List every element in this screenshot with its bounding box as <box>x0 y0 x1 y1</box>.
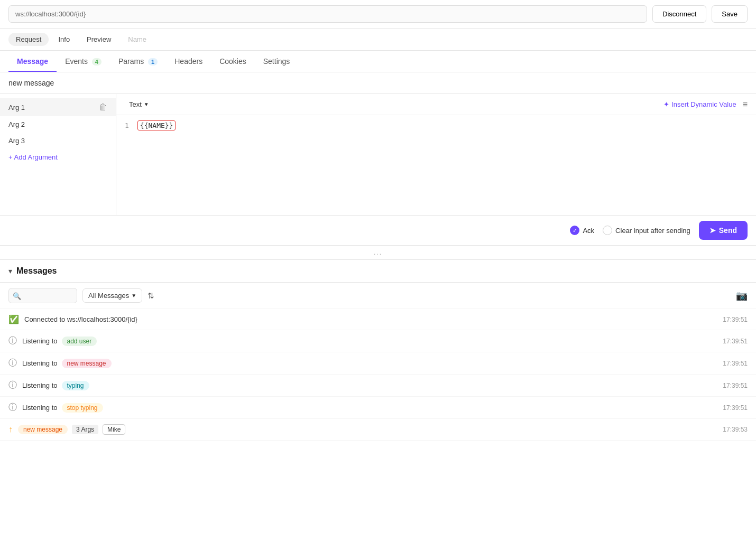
stop-typing-time: 17:39:51 <box>723 404 748 412</box>
listening-text-4: Listening to stop typing <box>22 403 717 413</box>
ack-checkbox[interactable]: ✓ <box>570 226 579 235</box>
ack-label: Ack <box>583 227 594 235</box>
events-badge: 4 <box>92 58 102 66</box>
name-badge: Mike <box>103 424 125 435</box>
messages-title: Messages <box>16 266 57 276</box>
editor-toolbar: Text ▼ ✦ Insert Dynamic Value ≡ <box>116 94 756 115</box>
clear-checkbox[interactable] <box>603 226 612 235</box>
search-input-wrap: 🔍 <box>8 288 77 303</box>
delete-arg-1-icon[interactable]: 🗑 <box>99 102 107 112</box>
tab-info[interactable]: Info <box>51 33 77 46</box>
message-list: ✅ Connected to ws://localhost:3000/{id} … <box>0 309 756 441</box>
add-user-time: 17:39:51 <box>723 338 748 345</box>
main-tabs: Message Events 4 Params 1 Headers Cookie… <box>0 51 756 72</box>
clear-label: Clear input after sending <box>615 227 690 235</box>
event-badge-add-user: add user <box>62 337 97 346</box>
editor-actions: ✦ Insert Dynamic Value ≡ <box>663 100 748 109</box>
text-type-button[interactable]: Text ▼ <box>125 98 153 110</box>
typing-time: 17:39:51 <box>723 382 748 389</box>
collapse-button[interactable]: ▾ <box>8 267 12 275</box>
event-badge-sent: new message <box>18 425 68 434</box>
tab-cookies[interactable]: Cookies <box>211 51 255 72</box>
line-numbers: 1 <box>125 120 129 210</box>
arg-item-1[interactable]: Arg 1 🗑 <box>0 98 116 116</box>
listening-text-3: Listening to typing <box>22 381 717 390</box>
connected-time: 17:39:51 <box>723 316 748 323</box>
search-icon: 🔍 <box>13 292 21 300</box>
send-label: Send <box>719 226 737 235</box>
arg-item-2[interactable]: Arg 2 <box>0 116 116 133</box>
all-messages-label: All Messages <box>88 292 129 300</box>
all-messages-filter[interactable]: All Messages ▼ <box>82 288 142 303</box>
editor-panel: Text ▼ ✦ Insert Dynamic Value ≡ 1 {{NAME… <box>116 94 756 215</box>
add-argument-button[interactable]: + Add Argument <box>0 149 116 165</box>
arg-3-label: Arg 3 <box>8 137 25 145</box>
code-tag: {{NAME}} <box>137 120 176 130</box>
tab-row: Request Info Preview Name <box>0 29 756 51</box>
editor-body[interactable]: 1 {{NAME}} <box>116 115 756 215</box>
text-type-label: Text <box>129 100 142 108</box>
arg-item-3[interactable]: Arg 3 <box>0 133 116 149</box>
arg-1-label: Arg 1 <box>8 104 25 111</box>
message-row-new-message: ⓘ Listening to new message 17:39:51 <box>0 352 756 375</box>
info-icon-3: ⓘ <box>8 380 17 391</box>
sparkle-icon: ✦ <box>663 100 669 108</box>
code-content[interactable]: {{NAME}} <box>137 120 748 210</box>
connected-icon: ✅ <box>8 314 19 324</box>
message-name-input[interactable] <box>8 79 748 87</box>
tab-events[interactable]: Events 4 <box>57 51 110 72</box>
message-row-stop-typing: ⓘ Listening to stop typing 17:39:51 <box>0 397 756 419</box>
tab-settings[interactable]: Settings <box>255 51 299 72</box>
save-button[interactable]: Save <box>712 5 748 23</box>
new-message-time: 17:39:51 <box>723 360 748 367</box>
sent-text: new message 3 Args Mike <box>18 424 717 435</box>
tab-preview[interactable]: Preview <box>79 33 118 46</box>
listening-text-2: Listening to new message <box>22 359 717 368</box>
send-button[interactable]: ➤ Send <box>699 221 748 240</box>
drag-handle[interactable]: ... <box>0 246 756 260</box>
clear-row: Clear input after sending <box>603 226 690 235</box>
params-badge: 1 <box>148 58 158 66</box>
send-icon: ➤ <box>709 226 716 235</box>
tab-params[interactable]: Params 1 <box>110 51 166 72</box>
add-arg-label: + Add Argument <box>8 153 58 161</box>
url-input[interactable] <box>8 5 647 23</box>
tab-name[interactable]: Name <box>121 33 154 46</box>
messages-section: ▾ Messages 🔍 All Messages ▼ ⇅ 📷 ✅ Connec… <box>0 260 756 441</box>
info-icon-4: ⓘ <box>8 402 17 413</box>
info-icon-1: ⓘ <box>8 335 17 347</box>
connected-text: Connected to ws://localhost:3000/{id} <box>24 315 717 323</box>
list-icon[interactable]: ≡ <box>743 100 748 109</box>
filter-icon[interactable]: ⇅ <box>147 291 154 301</box>
event-badge-new-message: new message <box>62 359 112 368</box>
args-count-badge: 3 Args <box>72 425 98 434</box>
message-row-typing: ⓘ Listening to typing 17:39:51 <box>0 375 756 397</box>
tab-headers[interactable]: Headers <box>166 51 211 72</box>
messages-header: ▾ Messages <box>0 260 756 283</box>
clear-messages-icon[interactable]: 📷 <box>736 290 748 302</box>
event-badge-typing: typing <box>62 381 89 390</box>
message-row-add-user: ⓘ Listening to add user 17:39:51 <box>0 330 756 352</box>
top-bar: Disconnect Save <box>0 0 756 29</box>
arg-2-label: Arg 2 <box>8 120 25 128</box>
message-row-sent: ↑ new message 3 Args Mike 17:39:53 <box>0 419 756 441</box>
tab-request[interactable]: Request <box>8 33 49 46</box>
args-panel: Arg 1 🗑 Arg 2 Arg 3 + Add Argument <box>0 94 116 215</box>
message-row-connected: ✅ Connected to ws://localhost:3000/{id} … <box>0 309 756 330</box>
content-area: Arg 1 🗑 Arg 2 Arg 3 + Add Argument Text … <box>0 94 756 216</box>
send-bar: ✓ Ack Clear input after sending ➤ Send <box>0 216 756 246</box>
info-icon-2: ⓘ <box>8 358 17 369</box>
chevron-down-icon: ▼ <box>144 101 149 107</box>
message-name-row <box>0 72 756 94</box>
chevron-down-icon: ▼ <box>131 293 136 298</box>
event-badge-stop-typing: stop typing <box>62 403 103 413</box>
insert-dynamic-button[interactable]: ✦ Insert Dynamic Value <box>663 100 736 108</box>
tab-message[interactable]: Message <box>8 51 57 72</box>
ack-row: ✓ Ack <box>570 226 594 235</box>
disconnect-button[interactable]: Disconnect <box>652 5 706 23</box>
insert-dynamic-label: Insert Dynamic Value <box>671 100 736 108</box>
sent-icon: ↑ <box>8 425 13 434</box>
listening-text-1: Listening to add user <box>22 337 717 346</box>
sent-time: 17:39:53 <box>723 426 748 433</box>
messages-toolbar: 🔍 All Messages ▼ ⇅ 📷 <box>0 283 756 309</box>
